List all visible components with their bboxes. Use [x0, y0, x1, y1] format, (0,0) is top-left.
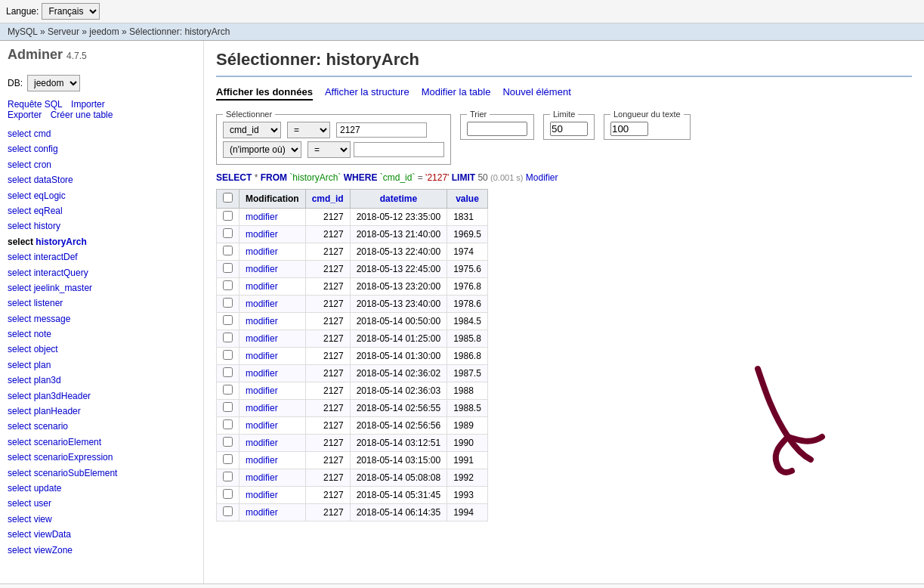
row-action[interactable]: modifier — [239, 296, 306, 313]
nav-link[interactable]: select plan3d — [8, 375, 61, 385]
nav-link[interactable]: select history — [8, 221, 60, 231]
col-cmd-id[interactable]: cmd_id — [305, 190, 350, 209]
row-checkbox[interactable] — [217, 330, 239, 348]
importer-link[interactable]: Importer — [71, 99, 105, 110]
nav-link[interactable]: select scenario — [8, 421, 68, 432]
row-action[interactable]: modifier — [239, 435, 306, 452]
table-row: modifier 2127 2018-05-14 02:56:56 1989 — [217, 417, 488, 435]
row-checkbox[interactable] — [217, 296, 239, 313]
row-checkbox[interactable] — [217, 417, 239, 435]
nav-link[interactable]: select listener — [8, 298, 63, 308]
row-action[interactable]: modifier — [239, 469, 306, 487]
breadcrumb-mysql[interactable]: MySQL — [8, 26, 38, 37]
nav-link[interactable]: select eqLogic — [8, 190, 66, 201]
row-action[interactable]: modifier — [239, 417, 306, 435]
row-datetime: 2018-05-14 01:30:00 — [350, 348, 447, 365]
nav-link[interactable]: select note — [8, 329, 51, 339]
limite-input[interactable] — [550, 122, 588, 136]
nav-link[interactable]: select plan3dHeader — [8, 391, 91, 401]
row-action[interactable]: modifier — [239, 487, 306, 504]
row-checkbox[interactable] — [217, 487, 239, 504]
nav-link[interactable]: select cron — [8, 159, 51, 170]
filter-col-select-1[interactable]: cmd_id datetime value — [223, 122, 281, 138]
row-action[interactable]: modifier — [239, 226, 306, 243]
breadcrumb-jeedom[interactable]: jeedom — [89, 26, 119, 37]
nav-link[interactable]: select eqReal — [8, 206, 63, 216]
nav-link[interactable]: select scenarioElement — [8, 437, 101, 447]
tab-modifier-table[interactable]: Modifier la table — [422, 86, 491, 101]
nav-link[interactable]: select scenarioExpression — [8, 452, 113, 463]
filter-value-1[interactable] — [336, 122, 427, 138]
row-action[interactable]: modifier — [239, 313, 306, 330]
filter-op-select-1[interactable]: = != < > LIKE — [287, 122, 330, 138]
row-cmd-id: 2127 — [305, 226, 350, 243]
row-checkbox[interactable] — [217, 313, 239, 330]
nav-link[interactable]: select dataStore — [8, 175, 73, 185]
row-checkbox[interactable] — [217, 435, 239, 452]
nav-link[interactable]: select scenarioSubElement — [8, 468, 117, 478]
row-checkbox[interactable] — [217, 382, 239, 400]
filter-op-select-2[interactable]: = != LIKE — [307, 141, 351, 158]
trier-input[interactable] — [467, 122, 527, 136]
main-content: Sélectionner: historyArch Afficher les d… — [204, 41, 924, 583]
row-checkbox[interactable] — [217, 261, 239, 278]
filter-row-1: cmd_id datetime value = != < > LIKE — [223, 122, 444, 138]
nav-link[interactable]: select viewZone — [8, 545, 73, 556]
nav-link[interactable]: select viewData — [8, 529, 71, 540]
breadcrumb-serveur[interactable]: Serveur — [48, 26, 79, 37]
nav-link[interactable]: select user — [8, 498, 51, 509]
lang-select[interactable]: Français — [42, 3, 100, 20]
row-checkbox[interactable] — [217, 226, 239, 243]
nav-link[interactable]: select cmd — [8, 128, 51, 139]
selectionner-fieldset: Sélectionner cmd_id datetime value = != … — [216, 110, 451, 165]
filter-value-2[interactable] — [354, 142, 444, 157]
row-action[interactable]: modifier — [239, 382, 306, 400]
sql-modifier-link[interactable]: Modifier — [526, 172, 558, 183]
row-action[interactable]: modifier — [239, 504, 306, 521]
nav-link-history-arch[interactable]: historyArch — [36, 237, 86, 247]
db-select[interactable]: jeedom — [27, 75, 80, 91]
nav-link[interactable]: select plan — [8, 360, 51, 370]
row-checkbox[interactable] — [217, 504, 239, 521]
row-checkbox[interactable] — [217, 365, 239, 382]
row-action[interactable]: modifier — [239, 209, 306, 226]
col-check-all[interactable] — [217, 190, 239, 209]
filter-col-select-2[interactable]: (n'importe où) — [223, 141, 301, 158]
creer-table-link[interactable]: Créer une table — [51, 110, 113, 120]
sql-query-link[interactable]: Requête SQL — [8, 99, 63, 110]
row-action[interactable]: modifier — [239, 243, 306, 261]
nav-link[interactable]: select jeelink_master — [8, 283, 92, 293]
nav-link[interactable]: select planHeader — [8, 406, 81, 416]
row-value: 1992 — [447, 469, 488, 487]
row-checkbox[interactable] — [217, 452, 239, 469]
row-checkbox[interactable] — [217, 400, 239, 417]
nav-link[interactable]: select update — [8, 483, 61, 494]
longueur-input[interactable] — [610, 122, 648, 136]
row-checkbox[interactable] — [217, 348, 239, 365]
nav-link[interactable]: select interactQuery — [8, 268, 88, 278]
nav-link[interactable]: select config — [8, 144, 58, 154]
row-action[interactable]: modifier — [239, 365, 306, 382]
row-cmd-id: 2127 — [305, 504, 350, 521]
col-value[interactable]: value — [447, 190, 488, 209]
row-action[interactable]: modifier — [239, 348, 306, 365]
row-checkbox[interactable] — [217, 209, 239, 226]
row-action[interactable]: modifier — [239, 452, 306, 469]
col-datetime[interactable]: datetime — [350, 190, 447, 209]
row-action[interactable]: modifier — [239, 330, 306, 348]
row-action[interactable]: modifier — [239, 400, 306, 417]
row-checkbox[interactable] — [217, 278, 239, 296]
tab-afficher-donnees[interactable]: Afficher les données — [216, 86, 313, 101]
tab-nouvel-element[interactable]: Nouvel élément — [502, 86, 570, 101]
nav-link[interactable]: select view — [8, 514, 52, 525]
nav-link[interactable]: select interactDef — [8, 252, 78, 262]
row-checkbox[interactable] — [217, 469, 239, 487]
exporter-link[interactable]: Exporter — [8, 110, 42, 120]
row-action[interactable]: modifier — [239, 278, 306, 296]
row-checkbox[interactable] — [217, 243, 239, 261]
check-all[interactable] — [223, 193, 233, 203]
nav-link[interactable]: select object — [8, 344, 58, 354]
tab-afficher-structure[interactable]: Afficher la structure — [325, 86, 409, 101]
nav-link[interactable]: select message — [8, 314, 70, 324]
row-action[interactable]: modifier — [239, 261, 306, 278]
